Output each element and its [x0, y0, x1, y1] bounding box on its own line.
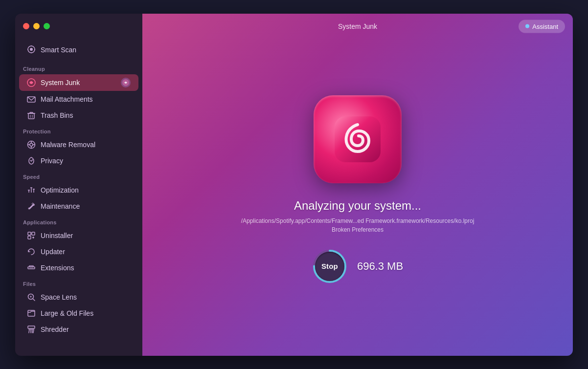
section-label-cleanup: Cleanup [15, 61, 142, 74]
shredder-icon [27, 325, 36, 334]
sidebar-item-label-updater: Updater [41, 248, 65, 256]
mail-attachments-icon [27, 95, 36, 104]
assistant-dot [525, 24, 529, 28]
sidebar-item-optimization[interactable]: Optimization [19, 182, 138, 198]
sidebar-item-smart-scan[interactable]: Smart Scan [19, 41, 138, 59]
stop-button-wrapper: Stop [312, 249, 347, 284]
svg-rect-9 [28, 113, 34, 119]
sidebar-item-label-shredder: Shredder [41, 326, 69, 333]
sidebar-item-label-extensions: Extensions [41, 264, 74, 272]
trash-bins-icon [27, 111, 36, 120]
app-icon-wrapper [314, 95, 402, 183]
section-label-files: Files [15, 276, 142, 289]
app-window: Smart Scan Cleanup System Junk [15, 14, 573, 356]
analyzing-path: /Applications/Spotify.app/Contents/Frame… [241, 217, 475, 224]
malware-removal-icon [27, 140, 36, 149]
titlebar [15, 14, 142, 39]
svg-point-17 [30, 143, 33, 146]
system-junk-icon [27, 78, 36, 87]
sidebar-item-extensions[interactable]: Extensions [19, 260, 138, 276]
sidebar-item-mail-attachments[interactable]: Mail Attachments [19, 91, 138, 107]
sidebar-item-trash-bins[interactable]: Trash Bins [19, 108, 138, 123]
sidebar-item-label-trash-bins: Trash Bins [41, 111, 73, 119]
sidebar-item-label-space-lens: Space Lens [41, 293, 77, 301]
analyzing-sub: Broken Preferences [332, 226, 384, 233]
assistant-label: Assistant [532, 22, 558, 30]
assistant-button[interactable]: Assistant [519, 20, 565, 33]
section-label-speed: Speed [15, 169, 142, 182]
sidebar: Smart Scan Cleanup System Junk [15, 14, 142, 356]
app-icon-svg [331, 112, 384, 166]
smart-scan-label: Smart Scan [41, 46, 76, 54]
smart-scan-icon [27, 45, 36, 55]
large-old-files-icon [27, 309, 36, 318]
minimize-button[interactable] [33, 23, 40, 29]
close-button[interactable] [23, 23, 29, 29]
maximize-button[interactable] [44, 23, 50, 29]
sidebar-item-privacy[interactable]: Privacy [19, 153, 138, 169]
page-title: System Junk [338, 22, 377, 30]
analyzing-title: Analyzing your system... [294, 199, 421, 213]
sidebar-item-label-optimization: Optimization [41, 186, 79, 194]
optimization-icon [27, 186, 36, 195]
sidebar-item-system-junk[interactable]: System Junk [19, 74, 138, 91]
sidebar-item-label-privacy: Privacy [41, 157, 63, 165]
space-lens-icon [27, 293, 36, 302]
size-label: 696.3 MB [357, 260, 403, 273]
sidebar-item-shredder[interactable]: Shredder [19, 322, 138, 337]
header-bar: System Junk Assistant [142, 14, 573, 39]
sidebar-item-label-maintenance: Maintenance [41, 202, 80, 210]
privacy-icon [27, 156, 36, 165]
sidebar-item-updater[interactable]: Updater [19, 244, 138, 260]
uninstaller-icon [27, 231, 36, 240]
sidebar-item-uninstaller[interactable]: Uninstaller [19, 228, 138, 243]
extensions-icon [27, 263, 36, 272]
svg-rect-31 [28, 236, 31, 239]
sidebar-item-label-uninstaller: Uninstaller [41, 232, 73, 239]
sidebar-item-label-large-old-files: Large & Old Files [41, 309, 93, 317]
stop-area: Stop 696.3 MB [312, 249, 403, 284]
stop-button[interactable]: Stop [315, 252, 344, 281]
app-icon [314, 95, 402, 183]
sidebar-item-label-malware-removal: Malware Removal [41, 141, 95, 149]
svg-line-37 [33, 299, 35, 301]
system-junk-badge [121, 78, 131, 87]
svg-rect-41 [28, 326, 35, 328]
main-content: System Junk Assistant [142, 14, 573, 356]
sidebar-item-label-system-junk: System Junk [41, 79, 80, 87]
sidebar-item-large-old-files[interactable]: Large & Old Files [19, 305, 138, 321]
sidebar-item-malware-removal[interactable]: Malware Removal [19, 137, 138, 152]
svg-point-1 [30, 48, 33, 51]
sidebar-item-maintenance[interactable]: Maintenance [19, 198, 138, 214]
svg-line-42 [29, 329, 29, 333]
sidebar-item-label-mail-attachments: Mail Attachments [41, 95, 93, 103]
svg-rect-30 [32, 232, 35, 235]
sidebar-item-space-lens[interactable]: Space Lens [19, 289, 138, 305]
maintenance-icon [27, 202, 36, 211]
section-label-protection: Protection [15, 124, 142, 136]
updater-icon [27, 247, 36, 256]
svg-rect-29 [28, 232, 31, 235]
section-label-applications: Applications [15, 215, 142, 227]
svg-line-45 [33, 329, 34, 333]
sidebar-content: Smart Scan Cleanup System Junk [15, 39, 142, 356]
